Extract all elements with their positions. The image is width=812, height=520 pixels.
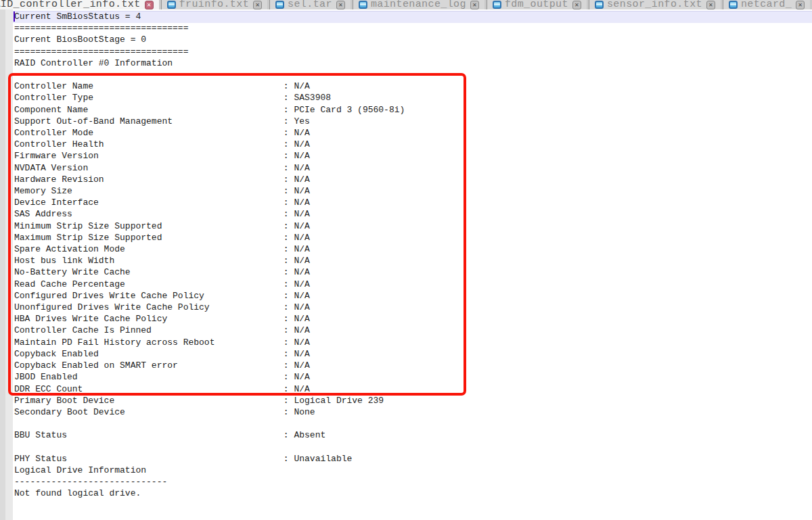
tab-fdm-output[interactable]: fdm_output✕ [487, 0, 587, 9]
editor-area: Current SmBiosStatus = 4 ===============… [0, 9, 812, 520]
bookmark-margin [0, 9, 5, 520]
file-icon [359, 1, 367, 9]
tab-sensor-info-txt[interactable]: sensor_info.txt✕ [589, 0, 721, 9]
tab-label: sensor_info.txt [607, 0, 702, 9]
tab-label: fruinfo.txt [179, 0, 249, 9]
tab-label: fdm_output [505, 0, 568, 9]
close-tab-icon[interactable]: ✕ [706, 1, 715, 9]
tab-netcard[interactable]: netcard_✕ [723, 0, 810, 9]
close-tab-icon[interactable]: ✕ [253, 1, 262, 9]
tab-sel-tar[interactable]: sel.tar✕ [269, 0, 351, 9]
tab-label: sel.tar [288, 0, 332, 9]
tab-fruinfo-txt[interactable]: fruinfo.txt✕ [161, 0, 267, 9]
file-icon [493, 1, 501, 9]
file-icon [275, 1, 284, 9]
close-tab-icon[interactable]: ✕ [336, 1, 345, 9]
close-tab-icon[interactable]: ✕ [572, 1, 581, 9]
editor-gutter [0, 9, 13, 520]
file-icon [595, 1, 604, 9]
close-tab-icon[interactable]: ✕ [145, 1, 154, 9]
tab-label: maintenance_log [371, 0, 466, 9]
tab-maintenance-log[interactable]: maintenance_log✕ [353, 0, 484, 9]
text-editor-window: RAID_controller_info.txt✕fruinfo.txt✕sel… [0, 0, 812, 520]
text-caret [14, 11, 15, 22]
tab-label: RAID_controller_info.txt [0, 0, 141, 9]
tab-bar: RAID_controller_info.txt✕fruinfo.txt✕sel… [0, 0, 812, 10]
tab-raid-controller-info-txt[interactable]: RAID_controller_info.txt✕ [0, 0, 159, 9]
file-icon [729, 1, 738, 9]
file-icon [167, 1, 176, 9]
close-tab-icon[interactable]: ✕ [796, 1, 805, 9]
tab-label: netcard_ [741, 0, 792, 9]
file-content[interactable]: Current SmBiosStatus = 4 ===============… [14, 11, 405, 500]
close-tab-icon[interactable]: ✕ [470, 1, 479, 9]
